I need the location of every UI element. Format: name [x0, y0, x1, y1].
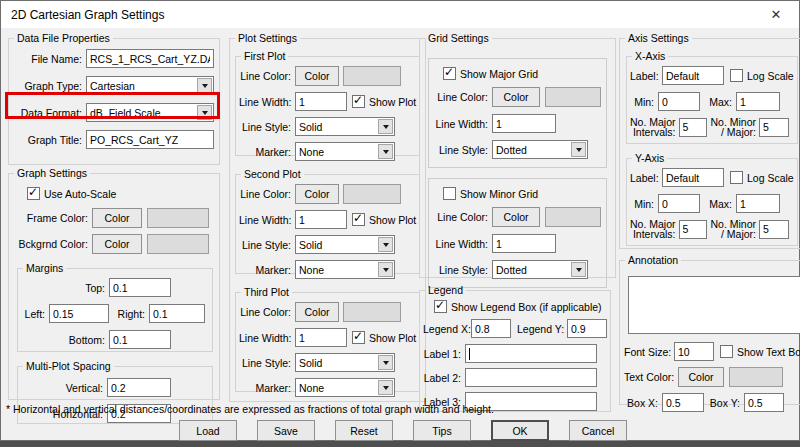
load-button[interactable]: Load [179, 420, 237, 441]
text-color-swatch [729, 367, 783, 387]
show-major-grid-checkbox[interactable] [443, 67, 456, 80]
legend-label1-input[interactable] [465, 344, 597, 363]
y-axis-minor-per-major-input[interactable] [759, 220, 789, 239]
box-x-input[interactable] [662, 393, 704, 412]
y-axis-major-intervals-input[interactable] [679, 220, 707, 239]
graph-type-select[interactable]: Cartesian [86, 76, 214, 95]
frame-color-button[interactable]: Color [92, 208, 142, 228]
plot2-line-color-button[interactable]: Color [295, 184, 339, 204]
margin-left-input[interactable] [49, 304, 109, 323]
group-margins: Margins Top: Left: Right: Bottom: [17, 262, 213, 352]
file-name-label: File Name: [14, 53, 82, 65]
text-color-button[interactable]: Color [678, 367, 724, 387]
tips-button[interactable]: Tips [413, 420, 471, 441]
reset-button[interactable]: Reset [335, 420, 393, 441]
use-auto-scale-checkbox[interactable] [27, 187, 40, 200]
plot2-marker-select[interactable]: None [295, 260, 395, 279]
y-axis-max-input[interactable] [736, 194, 780, 213]
chevron-down-icon [197, 105, 212, 120]
margin-right-input[interactable] [149, 304, 205, 323]
graph-title-label: Graph Title: [14, 134, 82, 146]
show-legend-box-checkbox[interactable] [434, 300, 447, 313]
y-axis-log-scale-checkbox[interactable] [730, 171, 743, 184]
group-y-axis: Y-Axis Label: Log Scale Min: Max: No. Ma… [626, 152, 798, 246]
show-text-box-checkbox[interactable] [720, 345, 733, 358]
frame-color-swatch [147, 208, 209, 228]
box-y-input[interactable] [744, 393, 784, 412]
data-format-label: Data Format: [14, 107, 82, 119]
plot3-line-color-button[interactable]: Color [295, 302, 339, 322]
y-axis-label-input[interactable] [662, 168, 724, 187]
plot3-marker-select[interactable]: None [295, 378, 395, 397]
legend-x-input[interactable] [471, 319, 511, 338]
group-title: Grid Settings [425, 32, 492, 44]
vertical-spacing-input[interactable] [107, 378, 171, 397]
margin-top-input[interactable] [109, 278, 171, 297]
x-axis-min-input[interactable] [658, 92, 700, 111]
y-axis-max-label: Max: [704, 198, 732, 210]
x-axis-max-label: Max: [704, 96, 732, 108]
marker-value: None [296, 382, 377, 394]
plot2-line-style-select[interactable]: Solid [295, 235, 395, 254]
plot2-line-width-input[interactable] [295, 210, 347, 229]
minor-grid-style-select[interactable]: Dotted [492, 260, 588, 279]
plot1-show-plot-checkbox[interactable] [352, 95, 365, 108]
screen: 2D Cartesian Graph Settings ✕ Data File … [0, 0, 800, 447]
group-annotation: Annotation Font Size: Show Text Box Text… [619, 254, 800, 405]
x-axis-label-input[interactable] [662, 66, 724, 85]
margin-bottom-input[interactable] [109, 330, 171, 349]
save-button[interactable]: Save [257, 420, 315, 441]
plot1-line-width-input[interactable] [295, 92, 347, 111]
minor-grid-width-input[interactable] [492, 234, 556, 253]
x-axis-minor-per-major-label: No. Minor/ Major: [711, 117, 757, 137]
plot3-line-style-select[interactable]: Solid [295, 353, 395, 372]
show-minor-grid-checkbox[interactable] [443, 187, 456, 200]
chevron-down-icon [378, 262, 393, 277]
plot1-marker-select[interactable]: None [295, 142, 395, 161]
group-title: Axis Settings [625, 32, 692, 44]
bckgrnd-color-button[interactable]: Color [92, 234, 142, 254]
legend-y-label: Legend Y: [517, 323, 563, 335]
legend-label2-input[interactable] [465, 368, 597, 387]
marker-label: Marker: [239, 382, 291, 394]
frame-color-label: Frame Color: [14, 212, 88, 224]
cancel-button[interactable]: Cancel [569, 420, 627, 441]
major-grid-color-button[interactable]: Color [492, 87, 540, 107]
line-style-value: Dotted [493, 144, 570, 156]
major-grid-style-select[interactable]: Dotted [492, 140, 588, 159]
y-axis-min-input[interactable] [658, 194, 700, 213]
ok-button[interactable]: OK [491, 420, 549, 441]
annotation-textarea[interactable] [628, 276, 800, 334]
group-first-plot: First Plot Line Color: Color Line Width:… [235, 50, 420, 156]
x-axis-min-label: Min: [630, 96, 654, 108]
group-legend: Legend Show Legend Box (if applicable) L… [419, 284, 611, 412]
file-name-input[interactable] [86, 49, 214, 68]
minor-grid-color-button[interactable]: Color [492, 207, 540, 227]
legend-y-input[interactable] [567, 319, 607, 338]
x-axis-minor-per-major-input[interactable] [759, 118, 789, 137]
window-title: 2D Cartesian Graph Settings [11, 8, 164, 22]
line-width-label: Line Width: [239, 332, 291, 344]
y-axis-minor-per-major-label: No. Minor/ Major: [711, 219, 757, 239]
graph-title-input[interactable] [86, 130, 214, 149]
plot3-line-width-input[interactable] [295, 328, 347, 347]
y-axis-major-intervals-label: No. MajorIntervals: [630, 219, 676, 239]
line-style-label: Line Style: [239, 239, 291, 251]
major-grid-panel: Show Major Grid Line Color: Color Line W… [428, 58, 607, 168]
show-plot-label: Show Plot [369, 214, 416, 226]
font-size-input[interactable] [674, 342, 714, 361]
line-style-value: Dotted [493, 264, 570, 276]
x-axis-major-intervals-input[interactable] [679, 118, 707, 137]
x-axis-log-scale-checkbox[interactable] [730, 69, 743, 82]
data-format-select[interactable]: dB_Field Scale [86, 103, 214, 122]
text-color-label: Text Color: [624, 371, 674, 383]
x-axis-max-input[interactable] [736, 92, 780, 111]
plot3-show-plot-checkbox[interactable] [352, 331, 365, 344]
show-legend-box-label: Show Legend Box (if applicable) [451, 301, 602, 313]
major-grid-width-input[interactable] [492, 114, 556, 133]
line-color-label: Line Color: [239, 306, 291, 318]
plot2-show-plot-checkbox[interactable] [352, 213, 365, 226]
plot1-line-color-button[interactable]: Color [295, 66, 339, 86]
close-icon[interactable]: ✕ [755, 2, 797, 27]
plot1-line-style-select[interactable]: Solid [295, 117, 395, 136]
